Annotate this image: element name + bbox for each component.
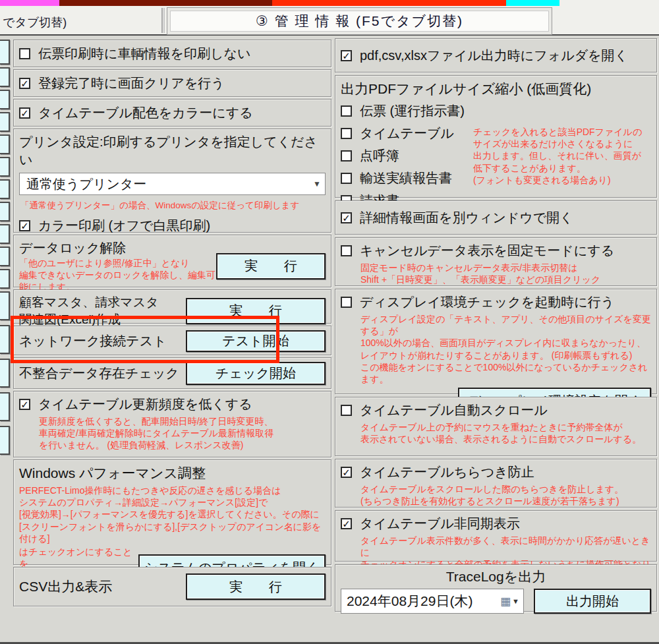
cancel-fixed-mode-note: 固定モード時のキャンセルデータ表示/非表示切替は Shift +「日時変更」、「… [360, 262, 651, 285]
checkbox[interactable] [341, 50, 352, 61]
checkbox[interactable] [341, 518, 352, 529]
top-color-strip [0, 0, 659, 6]
left-edge-partial-button[interactable] [0, 67, 10, 87]
left-edge-partial-button[interactable] [0, 112, 10, 132]
panel-network-test: ネットワーク接続テスト テスト開始 [13, 326, 331, 355]
checkbox-label: キャンセルデータ表示を固定モードにする [360, 242, 614, 260]
master-diagram-execute-button[interactable]: 実 行 [186, 298, 326, 324]
right-column: pdf,csv,xlsxファイル出力時にフォルダを開く 出力PDFファイルサイズ… [335, 38, 657, 614]
checkbox[interactable] [341, 105, 352, 117]
panel-open-folder: pdf,csv,xlsxファイル出力時にフォルダを開く [335, 38, 657, 73]
partial-left-tab-label[interactable]: でタブ切替) [3, 15, 67, 30]
tracelog-title: TraceLogを出力 [341, 568, 651, 586]
checkbox-row-timetable-autoscroll[interactable]: タイムテーブル自動スクロール [341, 401, 651, 419]
panel-timetable-autoscroll: タイムテーブル自動スクロール タイムテーブル上の予約にマウスを重ねたときに予約帯… [335, 397, 657, 456]
panel-timetable-update-rate: タイムテーブル更新頻度を低くする 更新頻度を低くすると、配車開始日時/終了日時変… [13, 391, 331, 457]
checkbox-label: カラー印刷 (オフで白黒印刷) [38, 217, 210, 235]
checkbox[interactable] [19, 220, 30, 231]
left-edge-partial-button[interactable] [0, 202, 10, 221]
printer-select[interactable]: 通常使うプリンター ▼ [19, 173, 326, 195]
tracelog-start-button[interactable]: 出力開始 [534, 589, 651, 614]
panel-master-diagram: 顧客マスタ、請求マスタ 関連図(Excel)作成 実 行 [13, 289, 331, 324]
csv-execute-button[interactable]: 実 行 [186, 573, 326, 600]
left-edge-partial-button[interactable] [0, 392, 10, 421]
checkbox-row-timetable-update-rate[interactable]: タイムテーブル更新頻度を低くする [19, 395, 326, 413]
checkbox-label: 輸送実績報告書 [360, 169, 452, 187]
settings-page: 伝票印刷時に車輌情報を印刷しない 登録完了時に画面クリアを行う タイムテーブル配… [0, 36, 659, 644]
checkbox[interactable] [341, 297, 352, 308]
tracelog-date-field[interactable]: 2024年08月29日(木) ▦ ▼ [341, 589, 524, 614]
left-edge-partial-button[interactable] [0, 359, 10, 388]
checkbox-row-timetable-async[interactable]: タイムテーブル非同期表示 [341, 515, 651, 533]
checkbox-row-timetable-color[interactable]: タイムテーブル配色をカラーにする [19, 104, 253, 122]
network-test-start-button[interactable]: テスト開始 [186, 330, 326, 352]
checkbox[interactable] [341, 405, 352, 416]
left-edge-partial-button[interactable] [0, 90, 10, 109]
checkbox-label: タイムテーブル配色をカラーにする [38, 104, 253, 122]
checkbox[interactable] [19, 399, 30, 410]
tracelog-date-value: 2024年08月29日(木) [347, 592, 473, 610]
pdf-shrink-note: チェックを入れると該当PDFファイルの サイズが出来るだけ小さくなるように 出力… [473, 126, 652, 186]
left-edge-partial-button[interactable] [0, 179, 10, 199]
panel-no-vehicle-info: 伝票印刷時に車輌情報を印刷しない [13, 40, 331, 67]
timetable-update-rate-note: 更新頻度を低くすると、配車開始日時/終了日時変更時、 車両確定/車両確定解除時に… [39, 415, 326, 452]
checkbox-label: 登録完了時に画面クリアを行う [38, 74, 225, 92]
printer-settings-title: プリンタ設定:印刷するプリンタを指定してください [19, 133, 326, 169]
panel-windows-performance: Windows パフォーマンス調整 PERFECT-Limo操作時にもたつきや反… [13, 459, 331, 565]
checkbox[interactable] [341, 212, 352, 223]
checkbox-row-color-print[interactable]: カラー印刷 (オフで白黒印刷) [19, 217, 326, 235]
left-edge-partial-button[interactable] [0, 291, 10, 320]
checkbox-row-clear-screen[interactable]: 登録完了時に画面クリアを行う [19, 74, 225, 92]
panel-clear-screen: 登録完了時に画面クリアを行う [13, 69, 331, 97]
checkbox[interactable] [341, 245, 352, 256]
checkbox-label: タイムテーブル自動スクロール [360, 401, 548, 419]
data-lock-note: 「他のユーザにより参照/修正中」となり 編集できないデータのロックを解除し、編集… [19, 257, 216, 293]
panel-pdf-shrink: 出力PDFファイルサイズ縮小 (低画質化) 伝票 (運行指示書) タイムテーブル… [335, 75, 657, 198]
left-edge-partial-button[interactable] [0, 269, 10, 289]
checkbox[interactable] [341, 128, 352, 139]
left-edge-partial-button[interactable] [0, 426, 10, 455]
checkbox-row-display-check[interactable]: ディスプレイ環境チェックを起動時に行う [341, 293, 651, 311]
left-edge-partial-button[interactable] [0, 134, 10, 154]
checkbox-row-no-vehicle-info[interactable]: 伝票印刷時に車輌情報を印刷しない [19, 45, 250, 63]
timetable-flicker-note: タイムテーブルをスクロールした際のちらつきを防止します。 (ちらつき防止を有効化… [360, 483, 651, 507]
strip-segment-red [272, 0, 506, 6]
checkbox[interactable] [19, 107, 30, 119]
left-edge-partial-button[interactable] [0, 247, 10, 266]
checkbox-label: タイムテーブル [360, 125, 454, 142]
panel-cancel-fixed-mode: キャンセルデータ表示を固定モードにする 固定モード時のキャンセルデータ表示/非表… [335, 237, 657, 286]
data-lock-execute-button[interactable]: 実 行 [216, 253, 326, 279]
checkbox-label: タイムテーブル更新頻度を低くする [38, 395, 252, 413]
left-edge-partial-button[interactable] [0, 325, 10, 354]
checkbox-row-timetable-flicker[interactable]: タイムテーブルちらつき防止 [341, 463, 651, 481]
checkbox[interactable] [341, 173, 352, 184]
checkbox[interactable] [19, 48, 30, 59]
panel-timetable-async: タイムテーブル非同期表示 タイムテーブル表示件数が多く、表示に時間がかかり応答が… [335, 510, 657, 562]
display-check-note: ディスプレイ設定の「テキスト、アプリ、その他項目のサイズを変更する」が 100%… [360, 313, 651, 385]
checkbox-label: タイムテーブル非同期表示 [360, 515, 520, 533]
left-edge-partial-button[interactable] [0, 40, 10, 65]
left-edge-partial-button[interactable] [0, 224, 10, 244]
checkbox[interactable] [341, 467, 352, 478]
panel-timetable-flicker: タイムテーブルちらつき防止 タイムテーブルをスクロールした際のちらつきを防止しま… [335, 459, 657, 508]
panel-display-check: ディスプレイ環境チェックを起動時に行う ディスプレイ設定の「テキスト、アプリ、そ… [335, 289, 657, 394]
panel-tracelog: TraceLogを出力 2024年08月29日(木) ▦ ▼ 出力開始 [335, 564, 657, 612]
tab-management-info-label: ③ 管 理 情 報 (F5でタブ切替) [170, 11, 549, 32]
inconsistency-check-start-button[interactable]: チェック開始 [186, 362, 326, 385]
checkbox-row-cancel-fixed-mode[interactable]: キャンセルデータ表示を固定モードにする [341, 242, 651, 260]
checkbox-row-open-folder[interactable]: pdf,csv,xlsxファイル出力時にフォルダを開く [341, 47, 628, 65]
tab-management-info[interactable]: ③ 管 理 情 報 (F5でタブ切替) [167, 7, 552, 35]
windows-performance-note: PERFECT-Limo操作時にもたつきや反応の遅さを感じる場合は システムのプ… [19, 484, 326, 544]
checkbox-row-detail-window[interactable]: 詳細情報画面を別ウィンドウで開く [341, 209, 573, 227]
chevron-down-icon[interactable]: ▼ [312, 179, 322, 189]
calendar-icon[interactable]: ▦ [500, 595, 511, 608]
panel-csv-export: CSV出力&表示 実 行 [13, 567, 331, 606]
chevron-down-icon[interactable]: ▼ [512, 597, 519, 605]
left-edge-partial-button[interactable] [0, 157, 10, 177]
checkbox-row-pdf-slip[interactable]: 伝票 (運行指示書) [341, 102, 651, 120]
strip-segment-magenta [0, 0, 59, 6]
checkbox-label: 伝票印刷時に車輌情報を印刷しない [38, 45, 250, 63]
checkbox[interactable] [19, 78, 30, 89]
checkbox[interactable] [341, 150, 352, 161]
left-edge-button-strip [0, 40, 10, 459]
